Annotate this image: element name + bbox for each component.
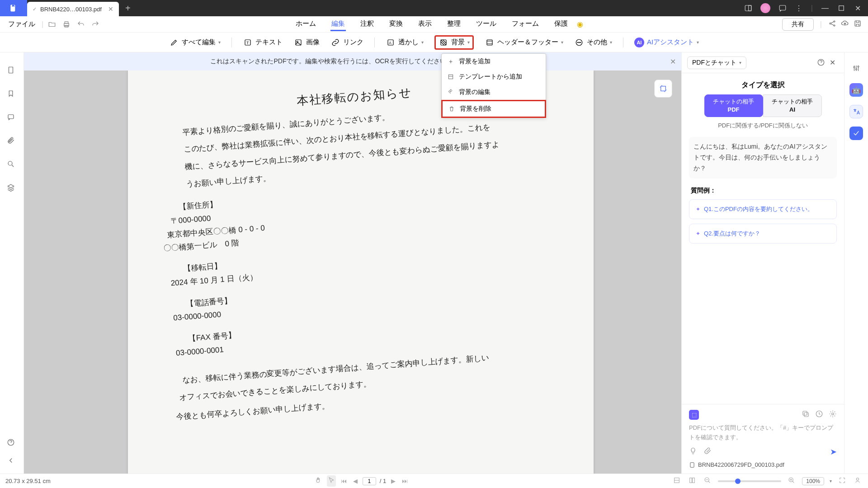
window-maximize-icon[interactable] (837, 4, 845, 12)
document-page[interactable]: 本社移転のお知らせ 平素より格別のご愛顧を賜り、誠にありがとうございます。 この… (128, 70, 594, 474)
text-button[interactable]: T テキスト (243, 38, 283, 47)
check-icon[interactable] (849, 127, 863, 140)
next-page-icon[interactable]: ▶ (390, 478, 397, 484)
comment-icon[interactable] (7, 113, 17, 123)
translate-icon[interactable] (849, 105, 863, 118)
sliders-icon[interactable] (849, 61, 863, 75)
ai-robot-icon[interactable]: 🤖 (849, 83, 863, 97)
print-icon[interactable] (61, 19, 72, 30)
dd-delete-background[interactable]: 背景を削除 (441, 100, 546, 118)
settings-icon[interactable] (829, 410, 837, 420)
kebab-menu-icon[interactable]: ⋮ (795, 4, 803, 12)
panel-title: タイプを選択 (682, 73, 844, 94)
dd-add-background[interactable]: + 背景を追加 (442, 54, 546, 69)
trash-icon (448, 105, 455, 113)
hint-icon[interactable] (689, 447, 697, 457)
panel-close-icon[interactable]: ✕ (830, 58, 839, 67)
link-button[interactable]: リンク (330, 38, 363, 47)
other-button[interactable]: その他▾ (574, 38, 612, 47)
banner-close-icon[interactable]: ✕ (670, 57, 676, 66)
tab-home[interactable]: ホーム (295, 18, 317, 31)
file-menu[interactable]: ファイル (5, 20, 39, 28)
view-mode2-icon[interactable] (687, 476, 697, 486)
image-button[interactable]: 画像 (293, 38, 320, 47)
zoom-in-icon[interactable] (787, 476, 797, 486)
bulb-icon[interactable]: ◉ (571, 20, 589, 28)
zoom-slider[interactable] (718, 480, 781, 482)
watermark-button[interactable]: A 透かし▾ (386, 38, 424, 47)
crop-float-button[interactable] (654, 80, 672, 98)
last-page-icon[interactable]: ⏭ (401, 478, 409, 484)
text-icon: T (243, 38, 253, 47)
chat-tab-ai[interactable]: チャットの相手 AI (763, 94, 822, 117)
chat-tab-pdf[interactable]: チャットの相手 PDF (704, 94, 763, 117)
help-icon[interactable] (7, 438, 17, 448)
select-tool-icon[interactable] (327, 475, 336, 487)
zoom-value[interactable]: 100% (802, 477, 824, 485)
svg-rect-1 (745, 5, 751, 11)
header-footer-button[interactable]: ヘッダー＆フッター▾ (485, 38, 563, 47)
svg-rect-11 (855, 21, 860, 26)
chat-input[interactable]: PDFについて質問してください。「#」キーでプロンプトを確認できます。 (689, 423, 837, 442)
history-icon[interactable] (815, 410, 823, 420)
tab-close-icon[interactable]: ✕ (108, 5, 113, 13)
redo-icon[interactable] (90, 19, 101, 30)
copy-icon[interactable] (802, 410, 810, 420)
tab-organize[interactable]: 整理 (446, 18, 462, 31)
fit-screen-icon[interactable] (837, 476, 847, 486)
watermark-icon: A (386, 38, 396, 47)
hand-tool-icon[interactable] (313, 476, 323, 486)
attach-icon[interactable] (703, 447, 712, 457)
prev-page-icon[interactable]: ◀ (352, 478, 359, 484)
attached-file[interactable]: BRNB422006729FD_000103.pdf (689, 457, 837, 468)
save-icon[interactable] (854, 19, 863, 29)
tab-tools[interactable]: ツール (475, 18, 497, 31)
chat-icon[interactable] (778, 4, 787, 12)
collapse-icon[interactable] (7, 456, 17, 466)
page-total: / 1 (380, 478, 386, 484)
tab-convert[interactable]: 変換 (388, 18, 404, 31)
svg-rect-4 (839, 6, 844, 11)
folder-icon[interactable] (46, 19, 58, 30)
tab-form[interactable]: フォーム (511, 18, 540, 31)
tab-edit[interactable]: 編集 (330, 18, 346, 31)
view-mode1-icon[interactable] (672, 476, 682, 486)
dd-edit-background[interactable]: 背景の編集 (442, 84, 546, 100)
attachment-icon[interactable] (7, 136, 17, 146)
user-avatar-icon[interactable] (760, 3, 770, 13)
tab-protect[interactable]: 保護 (553, 18, 569, 31)
chat-mode-selector[interactable]: PDFとチャット ▾ (687, 56, 746, 69)
zoom-out-icon[interactable] (703, 476, 712, 486)
background-dropdown: + 背景を追加 テンプレートから追加 背景の編集 背景を削除 (441, 53, 546, 118)
layers-icon[interactable] (7, 183, 17, 193)
search-icon[interactable] (7, 160, 17, 170)
tab-comment[interactable]: 注釈 (359, 18, 375, 31)
ai-assistant-button[interactable]: AI AIアシスタント▾ (634, 38, 699, 47)
new-tab-button[interactable]: + (119, 3, 137, 14)
bookmark-icon[interactable] (7, 89, 17, 99)
cloud-upload-icon[interactable] (841, 19, 851, 29)
svg-point-21 (577, 42, 578, 43)
edit-all-button[interactable]: すべて編集▾ (169, 38, 221, 47)
undo-icon[interactable] (75, 19, 87, 30)
tab-view[interactable]: 表示 (417, 18, 433, 31)
dd-add-template[interactable]: テンプレートから追加 (442, 69, 546, 84)
first-page-icon[interactable]: ⏮ (340, 478, 348, 484)
app-logo-icon[interactable] (0, 0, 27, 16)
read-mode-icon[interactable] (853, 476, 863, 486)
share-network-icon[interactable] (828, 19, 838, 29)
sample-question-1[interactable]: ✦Q1.このPDFの内容を要約してください。 (689, 199, 837, 219)
share-button[interactable]: 共有 (782, 18, 814, 31)
background-button[interactable]: 背景▾ (434, 35, 474, 50)
page-navigation: ⏮ ◀ / 1 ▶ ⏭ (313, 475, 409, 487)
window-minimize-icon[interactable]: — (821, 4, 829, 12)
window-close-icon[interactable]: ✕ (854, 4, 862, 12)
page-input[interactable] (363, 477, 376, 485)
panel-icon[interactable] (744, 4, 752, 12)
thumbnail-icon[interactable] (7, 66, 17, 76)
svg-point-8 (830, 23, 831, 24)
sample-question-2[interactable]: ✦Q2.要点は何ですか？ (689, 224, 837, 244)
panel-help-icon[interactable] (817, 58, 826, 67)
send-button[interactable]: ➤ (830, 447, 837, 457)
document-tab[interactable]: ✓ BRNB4220…00103.pdf ✕ (27, 2, 119, 16)
